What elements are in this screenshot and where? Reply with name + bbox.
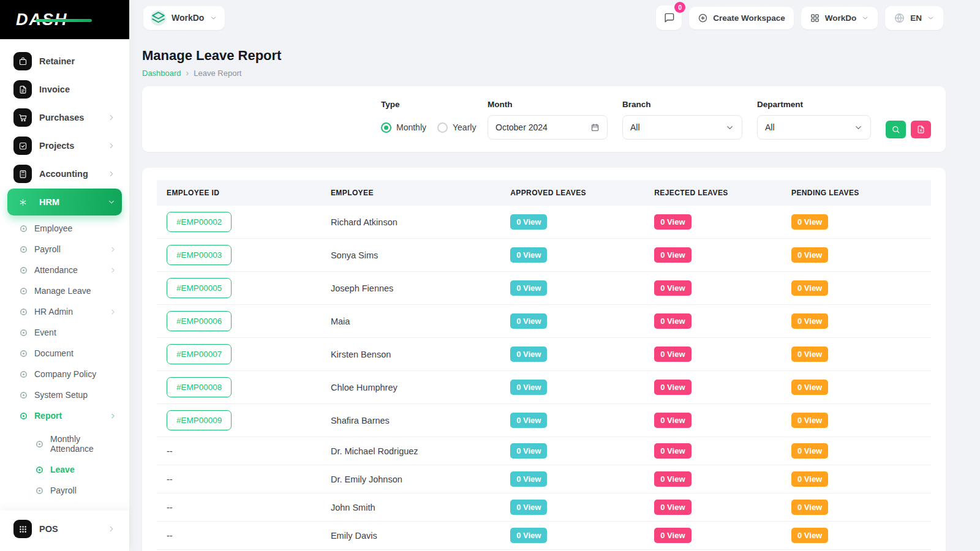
sidebar-item-payroll-report[interactable]: Payroll xyxy=(28,480,122,501)
breadcrumb: Dashboard Leave Report xyxy=(142,68,946,78)
circle-bullet-icon xyxy=(20,308,28,316)
pending-leaves-view-button[interactable]: 0 View xyxy=(791,528,828,543)
filter-card: Type Monthly Yearly Month October 2024 B… xyxy=(142,86,946,152)
pending-leaves-view-button[interactable]: 0 View xyxy=(791,313,828,329)
employee-name: Kirsten Benson xyxy=(331,350,391,359)
table-body: #EMP00002 Richard Atkinson 0 View 0 View… xyxy=(157,206,931,551)
approved-leaves-view-button[interactable]: 0 View xyxy=(510,471,547,487)
breadcrumb-dashboard-link[interactable]: Dashboard xyxy=(142,69,181,78)
employee-id-empty: -- xyxy=(167,503,173,512)
pending-leaves-view-button[interactable]: 0 View xyxy=(791,214,828,230)
approved-leaves-view-button[interactable]: 0 View xyxy=(510,313,547,329)
circle-bullet-icon xyxy=(36,440,43,448)
pending-leaves-view-button[interactable]: 0 View xyxy=(791,280,828,296)
circle-bullet-icon xyxy=(36,487,43,495)
sidebar-item-document[interactable]: Document xyxy=(12,343,122,364)
pending-leaves-view-button[interactable]: 0 View xyxy=(791,347,828,362)
employee-id-button[interactable]: #EMP00006 xyxy=(167,311,232,331)
approved-leaves-view-button[interactable]: 0 View xyxy=(510,247,547,263)
sidebar-item-accounting[interactable]: Accounting xyxy=(7,160,122,187)
sidebar-subitem-label: Attendance xyxy=(34,265,102,275)
sidebar-item-hr-admin[interactable]: HR Admin xyxy=(12,301,122,322)
rejected-leaves-view-button[interactable]: 0 View xyxy=(654,347,691,362)
radio-yearly[interactable]: Yearly xyxy=(437,122,476,133)
sidebar-item-leave[interactable]: Leave xyxy=(28,459,122,480)
employee-name: Sonya Sims xyxy=(331,250,378,260)
sidebar-item-payroll[interactable]: Payroll xyxy=(12,239,122,260)
language-selector[interactable]: EN xyxy=(885,6,943,30)
employee-id-button[interactable]: #EMP00008 xyxy=(167,377,232,397)
pending-leaves-view-button[interactable]: 0 View xyxy=(791,247,828,263)
employee-id-button[interactable]: #EMP00003 xyxy=(167,245,232,265)
table-row: #EMP00007 Kirsten Benson 0 View 0 View 0… xyxy=(157,338,931,371)
rejected-leaves-view-button[interactable]: 0 View xyxy=(654,471,691,487)
sidebar-item-company-policy[interactable]: Company Policy xyxy=(12,364,122,384)
month-input[interactable]: October 2024 xyxy=(488,115,608,140)
employee-id-button[interactable]: #EMP00005 xyxy=(167,278,232,298)
sidebar-item-pos[interactable]: POS xyxy=(7,515,122,542)
rejected-leaves-view-button[interactable]: 0 View xyxy=(654,528,691,543)
create-workspace-button[interactable]: Create Workspace xyxy=(689,7,794,29)
sidebar-item-attendance[interactable]: Attendance xyxy=(12,260,122,280)
sidebar-item-label: Accounting xyxy=(39,169,100,179)
sidebar-item-report[interactable]: Report xyxy=(12,405,122,426)
app-logo[interactable]: DASH xyxy=(0,0,129,39)
table-row: #EMP00008 Chloe Humphrey 0 View 0 View 0… xyxy=(157,371,931,404)
rejected-leaves-view-button[interactable]: 0 View xyxy=(654,313,691,329)
workdo-menu-button[interactable]: WorkDo xyxy=(801,7,878,29)
rejected-leaves-view-button[interactable]: 0 View xyxy=(654,500,691,515)
rejected-leaves-view-button[interactable]: 0 View xyxy=(654,380,691,395)
approved-leaves-view-button[interactable]: 0 View xyxy=(510,528,547,543)
branch-select[interactable]: All xyxy=(622,115,742,140)
sidebar-item-employee[interactable]: Employee xyxy=(12,218,122,239)
approved-leaves-view-button[interactable]: 0 View xyxy=(510,214,547,230)
table-row: -- Dr. Michael Rodriguez 0 View 0 View 0… xyxy=(157,437,931,465)
search-button[interactable] xyxy=(886,121,906,138)
table-row: #EMP00003 Sonya Sims 0 View 0 View 0 Vie… xyxy=(157,239,931,272)
employee-id-button[interactable]: #EMP00002 xyxy=(167,212,232,232)
chevron-right-icon xyxy=(109,412,117,420)
pending-leaves-view-button[interactable]: 0 View xyxy=(791,443,828,459)
approved-leaves-view-button[interactable]: 0 View xyxy=(510,500,547,515)
approved-leaves-view-button[interactable]: 0 View xyxy=(510,413,547,428)
sidebar-item-hrm[interactable]: HRM xyxy=(7,189,122,216)
pending-leaves-view-button[interactable]: 0 View xyxy=(791,471,828,487)
approved-leaves-view-button[interactable]: 0 View xyxy=(510,443,547,459)
reset-button[interactable] xyxy=(911,121,931,138)
approved-leaves-view-button[interactable]: 0 View xyxy=(510,280,547,296)
column-header-rejected-leaves: REJECTED LEAVES xyxy=(644,180,782,206)
workspace-selector[interactable]: WorkDo xyxy=(143,6,225,30)
sidebar-item-system-setup[interactable]: System Setup xyxy=(12,384,122,405)
pending-leaves-view-button[interactable]: 0 View xyxy=(791,380,828,395)
sidebar-item-invoice[interactable]: Invoice xyxy=(7,76,122,103)
employee-id-button[interactable]: #EMP00009 xyxy=(167,410,232,430)
employee-name: Shafira Barnes xyxy=(331,416,390,425)
approved-leaves-view-button[interactable]: 0 View xyxy=(510,380,547,395)
rejected-leaves-view-button[interactable]: 0 View xyxy=(654,413,691,428)
pending-leaves-view-button[interactable]: 0 View xyxy=(791,413,828,428)
sidebar-item-projects[interactable]: Projects xyxy=(7,132,122,159)
rejected-leaves-view-button[interactable]: 0 View xyxy=(654,280,691,296)
pending-leaves-view-button[interactable]: 0 View xyxy=(791,500,828,515)
radio-monthly[interactable]: Monthly xyxy=(381,122,426,133)
department-select[interactable]: All xyxy=(757,115,871,140)
sidebar-item-event[interactable]: Event xyxy=(12,322,122,343)
rejected-leaves-view-button[interactable]: 0 View xyxy=(654,247,691,263)
rejected-leaves-view-button[interactable]: 0 View xyxy=(654,443,691,459)
employee-name: Dr. Michael Rodriguez xyxy=(331,446,418,456)
approved-leaves-view-button[interactable]: 0 View xyxy=(510,347,547,362)
page-title: Manage Leave Report xyxy=(142,48,946,64)
radio-monthly-circle-icon xyxy=(381,122,391,133)
rejected-leaves-view-button[interactable]: 0 View xyxy=(654,214,691,230)
chevron-down-icon xyxy=(209,14,217,22)
sidebar-item-retainer[interactable]: Retainer xyxy=(7,48,122,75)
sidebar-item-monthly-attendance[interactable]: Monthly Attendance xyxy=(28,429,122,459)
sidebar-item-manage-leave[interactable]: Manage Leave xyxy=(12,280,122,301)
sidebar-subitem-label: System Setup xyxy=(34,390,117,400)
messages-button[interactable]: 0 xyxy=(656,6,682,30)
radio-yearly-label: Yearly xyxy=(453,122,476,132)
sidebar-item-purchases[interactable]: Purchases xyxy=(7,104,122,131)
accounting-icon xyxy=(18,170,28,179)
circle-bullet-icon xyxy=(20,266,28,274)
employee-id-button[interactable]: #EMP00007 xyxy=(167,344,232,364)
